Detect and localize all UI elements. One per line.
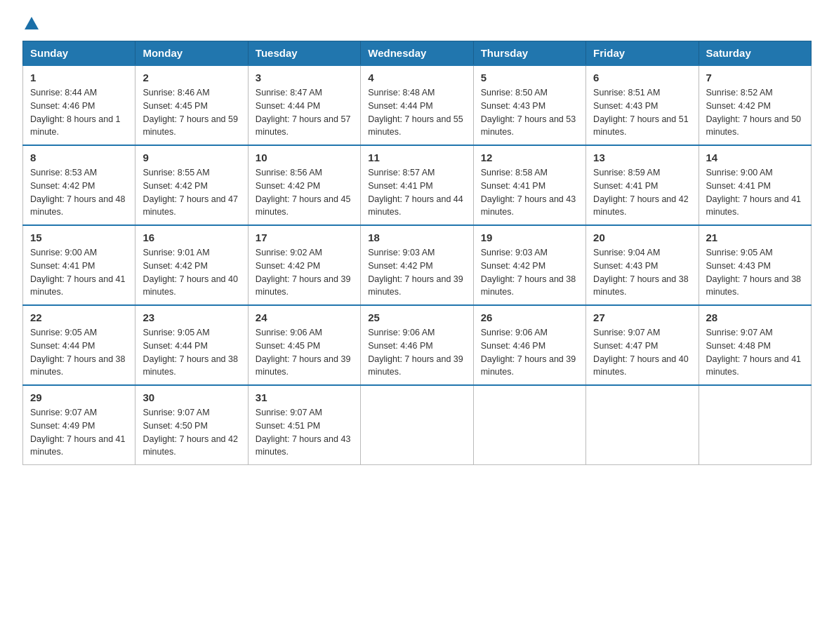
calendar-cell [699, 385, 811, 465]
calendar-cell: 25 Sunrise: 9:06 AM Sunset: 4:46 PM Dayl… [361, 305, 473, 385]
day-info: Sunrise: 8:59 AM Sunset: 4:41 PM Dayligh… [593, 166, 691, 219]
day-info: Sunrise: 8:51 AM Sunset: 4:43 PM Dayligh… [593, 86, 691, 139]
calendar-cell: 20 Sunrise: 9:04 AM Sunset: 4:43 PM Dayl… [586, 225, 699, 305]
calendar-table: SundayMondayTuesdayWednesdayThursdayFrid… [22, 41, 812, 465]
header-wednesday: Wednesday [361, 41, 473, 66]
day-number: 20 [593, 232, 691, 243]
day-info: Sunrise: 8:58 AM Sunset: 4:41 PM Dayligh… [481, 166, 578, 219]
calendar-body: 1 Sunrise: 8:44 AM Sunset: 4:46 PM Dayli… [23, 65, 812, 465]
logo-triangle-icon [25, 17, 39, 29]
calendar-week-4: 22 Sunrise: 9:05 AM Sunset: 4:44 PM Dayl… [23, 305, 812, 385]
header-thursday: Thursday [473, 41, 585, 66]
day-number: 26 [481, 311, 578, 323]
day-info: Sunrise: 9:03 AM Sunset: 4:42 PM Dayligh… [481, 246, 578, 299]
calendar-cell: 11 Sunrise: 8:57 AM Sunset: 4:41 PM Dayl… [361, 145, 473, 225]
calendar-cell: 16 Sunrise: 9:01 AM Sunset: 4:42 PM Dayl… [135, 225, 248, 305]
day-number: 30 [143, 391, 240, 403]
day-number: 28 [706, 311, 804, 323]
day-number: 18 [368, 232, 465, 243]
calendar-cell: 19 Sunrise: 9:03 AM Sunset: 4:42 PM Dayl… [473, 225, 585, 305]
day-number: 15 [30, 232, 128, 243]
day-info: Sunrise: 9:06 AM Sunset: 4:46 PM Dayligh… [481, 326, 578, 379]
calendar-cell: 14 Sunrise: 9:00 AM Sunset: 4:41 PM Dayl… [699, 145, 811, 225]
day-number: 27 [593, 311, 691, 323]
header-tuesday: Tuesday [248, 41, 360, 66]
header-monday: Monday [135, 41, 248, 66]
day-info: Sunrise: 9:07 AM Sunset: 4:48 PM Dayligh… [706, 326, 804, 379]
page-header [22, 17, 812, 29]
calendar-cell: 23 Sunrise: 9:05 AM Sunset: 4:44 PM Dayl… [135, 305, 248, 385]
calendar-cell: 10 Sunrise: 8:56 AM Sunset: 4:42 PM Dayl… [248, 145, 360, 225]
day-number: 7 [706, 72, 804, 83]
day-number: 31 [256, 391, 353, 403]
day-info: Sunrise: 9:05 AM Sunset: 4:44 PM Dayligh… [143, 326, 240, 379]
day-info: Sunrise: 8:46 AM Sunset: 4:45 PM Dayligh… [143, 86, 240, 139]
day-number: 11 [368, 152, 465, 163]
day-info: Sunrise: 8:47 AM Sunset: 4:44 PM Dayligh… [256, 86, 353, 139]
day-info: Sunrise: 9:03 AM Sunset: 4:42 PM Dayligh… [368, 246, 465, 299]
day-number: 12 [481, 152, 578, 163]
day-info: Sunrise: 8:44 AM Sunset: 4:46 PM Dayligh… [30, 86, 128, 139]
calendar-cell: 4 Sunrise: 8:48 AM Sunset: 4:44 PM Dayli… [361, 65, 473, 145]
day-info: Sunrise: 9:01 AM Sunset: 4:42 PM Dayligh… [143, 246, 240, 299]
calendar-header: SundayMondayTuesdayWednesdayThursdayFrid… [23, 41, 812, 66]
day-info: Sunrise: 9:02 AM Sunset: 4:42 PM Dayligh… [256, 246, 353, 299]
logo [22, 17, 41, 29]
day-info: Sunrise: 9:05 AM Sunset: 4:44 PM Dayligh… [30, 326, 128, 379]
calendar-cell: 21 Sunrise: 9:05 AM Sunset: 4:43 PM Dayl… [699, 225, 811, 305]
day-info: Sunrise: 8:50 AM Sunset: 4:43 PM Dayligh… [481, 86, 578, 139]
header-row: SundayMondayTuesdayWednesdayThursdayFrid… [23, 41, 812, 66]
calendar-cell: 7 Sunrise: 8:52 AM Sunset: 4:42 PM Dayli… [699, 65, 811, 145]
calendar-cell: 9 Sunrise: 8:55 AM Sunset: 4:42 PM Dayli… [135, 145, 248, 225]
calendar-week-3: 15 Sunrise: 9:00 AM Sunset: 4:41 PM Dayl… [23, 225, 812, 305]
day-info: Sunrise: 9:04 AM Sunset: 4:43 PM Dayligh… [593, 246, 691, 299]
day-info: Sunrise: 9:07 AM Sunset: 4:47 PM Dayligh… [593, 326, 691, 379]
calendar-cell: 30 Sunrise: 9:07 AM Sunset: 4:50 PM Dayl… [135, 385, 248, 465]
day-number: 22 [30, 311, 128, 323]
day-number: 23 [143, 311, 240, 323]
calendar-cell: 31 Sunrise: 9:07 AM Sunset: 4:51 PM Dayl… [248, 385, 360, 465]
calendar-cell: 29 Sunrise: 9:07 AM Sunset: 4:49 PM Dayl… [23, 385, 135, 465]
day-info: Sunrise: 9:05 AM Sunset: 4:43 PM Dayligh… [706, 246, 804, 299]
day-info: Sunrise: 8:53 AM Sunset: 4:42 PM Dayligh… [30, 166, 128, 219]
calendar-cell: 24 Sunrise: 9:06 AM Sunset: 4:45 PM Dayl… [248, 305, 360, 385]
day-number: 2 [143, 72, 240, 83]
calendar-cell: 5 Sunrise: 8:50 AM Sunset: 4:43 PM Dayli… [473, 65, 585, 145]
day-number: 1 [30, 72, 128, 83]
calendar-week-2: 8 Sunrise: 8:53 AM Sunset: 4:42 PM Dayli… [23, 145, 812, 225]
day-info: Sunrise: 8:57 AM Sunset: 4:41 PM Dayligh… [368, 166, 465, 219]
day-number: 4 [368, 72, 465, 83]
calendar-cell [473, 385, 585, 465]
day-number: 21 [706, 232, 804, 243]
day-number: 10 [256, 152, 353, 163]
calendar-cell: 22 Sunrise: 9:05 AM Sunset: 4:44 PM Dayl… [23, 305, 135, 385]
day-number: 29 [30, 391, 128, 403]
day-info: Sunrise: 8:52 AM Sunset: 4:42 PM Dayligh… [706, 86, 804, 139]
day-info: Sunrise: 9:00 AM Sunset: 4:41 PM Dayligh… [30, 246, 128, 299]
day-info: Sunrise: 8:55 AM Sunset: 4:42 PM Dayligh… [143, 166, 240, 219]
calendar-cell: 6 Sunrise: 8:51 AM Sunset: 4:43 PM Dayli… [586, 65, 699, 145]
day-number: 9 [143, 152, 240, 163]
calendar-cell: 12 Sunrise: 8:58 AM Sunset: 4:41 PM Dayl… [473, 145, 585, 225]
calendar-cell: 2 Sunrise: 8:46 AM Sunset: 4:45 PM Dayli… [135, 65, 248, 145]
day-number: 25 [368, 311, 465, 323]
header-friday: Friday [586, 41, 699, 66]
day-number: 13 [593, 152, 691, 163]
calendar-cell [586, 385, 699, 465]
day-number: 6 [593, 72, 691, 83]
day-info: Sunrise: 8:48 AM Sunset: 4:44 PM Dayligh… [368, 86, 465, 139]
calendar-week-5: 29 Sunrise: 9:07 AM Sunset: 4:49 PM Dayl… [23, 385, 812, 465]
day-number: 24 [256, 311, 353, 323]
calendar-cell: 17 Sunrise: 9:02 AM Sunset: 4:42 PM Dayl… [248, 225, 360, 305]
header-sunday: Sunday [23, 41, 135, 66]
day-number: 19 [481, 232, 578, 243]
day-info: Sunrise: 9:06 AM Sunset: 4:45 PM Dayligh… [256, 326, 353, 379]
day-number: 5 [481, 72, 578, 83]
calendar-cell: 3 Sunrise: 8:47 AM Sunset: 4:44 PM Dayli… [248, 65, 360, 145]
day-number: 17 [256, 232, 353, 243]
day-number: 3 [256, 72, 353, 83]
day-number: 16 [143, 232, 240, 243]
day-number: 14 [706, 152, 804, 163]
header-saturday: Saturday [699, 41, 811, 66]
calendar-cell [361, 385, 473, 465]
